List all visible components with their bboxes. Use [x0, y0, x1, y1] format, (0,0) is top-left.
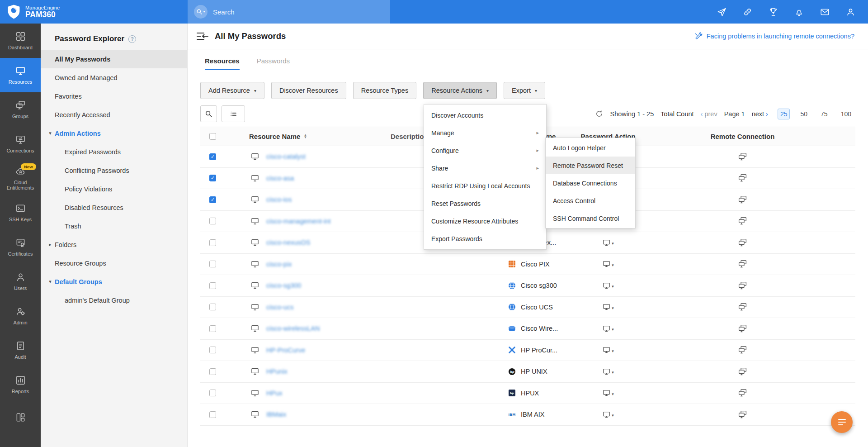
- page-size-option[interactable]: 25: [778, 109, 790, 119]
- explorer-item[interactable]: Folders: [41, 235, 187, 254]
- resource-name-link[interactable]: cisco-asa: [266, 175, 294, 182]
- page-size-option[interactable]: 75: [818, 109, 830, 119]
- explorer-item[interactable]: Trash: [41, 217, 187, 235]
- resource-name-link[interactable]: HPunix: [266, 368, 288, 375]
- sidebar-item-groups[interactable]: Groups: [0, 92, 41, 127]
- sidebar-item-resources[interactable]: Resources: [0, 58, 41, 92]
- explorer-item[interactable]: Disabled Resources: [41, 198, 187, 217]
- submenu-item[interactable]: Auto Logon Helper: [546, 139, 635, 157]
- sidebar-item-cloud-entitlements[interactable]: New Cloud Entitlements: [0, 161, 41, 195]
- remote-connection-icon[interactable]: [738, 367, 747, 376]
- explorer-item[interactable]: All My Passwords: [41, 50, 187, 68]
- remote-connection-icon[interactable]: [738, 216, 747, 226]
- sidebar-item-reports[interactable]: Reports: [0, 367, 41, 402]
- tab-resources[interactable]: Resources: [205, 57, 240, 70]
- sidebar-item-dashboard[interactable]: Dashboard: [0, 24, 41, 58]
- explorer-item[interactable]: Favorites: [41, 87, 187, 105]
- row-checkbox[interactable]: [209, 175, 216, 181]
- discover-resources-button[interactable]: Discover Resources ▾: [271, 82, 346, 99]
- sidebar-item-users[interactable]: Users: [0, 264, 41, 299]
- row-checkbox[interactable]: [209, 347, 216, 353]
- remote-connection-icon[interactable]: [738, 259, 747, 269]
- password-action-icon[interactable]: ▾: [602, 410, 614, 419]
- resource-name-link[interactable]: cisco-management-int: [266, 218, 331, 225]
- resource-name-link[interactable]: cisco-nexusOS: [266, 239, 311, 246]
- remote-connection-icon[interactable]: [738, 195, 747, 204]
- resource-name-link[interactable]: cisco-ucs: [266, 304, 293, 311]
- menu-item[interactable]: Restrict RDP Using Local Accounts ▸: [424, 177, 546, 195]
- row-checkbox[interactable]: [209, 325, 216, 332]
- explorer-item[interactable]: Admin Actions: [41, 124, 187, 143]
- explorer-item[interactable]: Conflicting Passwords: [41, 161, 187, 180]
- tab-passwords[interactable]: Passwords: [257, 57, 290, 70]
- sidebar-item-admin[interactable]: Admin: [0, 299, 41, 333]
- refresh-icon[interactable]: [595, 110, 603, 118]
- row-checkbox[interactable]: [209, 153, 216, 160]
- password-action-icon[interactable]: ▾: [602, 324, 614, 333]
- row-checkbox[interactable]: [209, 218, 216, 224]
- submenu-item[interactable]: Access Control: [546, 192, 635, 209]
- row-checkbox[interactable]: [209, 239, 216, 246]
- resource-name-link[interactable]: cisco-sg300: [266, 282, 301, 289]
- explorer-item[interactable]: Resource Groups: [41, 254, 187, 272]
- add-resource-button[interactable]: Add Resource ▾: [200, 82, 264, 99]
- expand-triangle-icon[interactable]: [47, 279, 53, 285]
- sidebar-item-connections[interactable]: Connections: [0, 127, 41, 161]
- resource-name-link[interactable]: cisco-wirelessLAN: [266, 325, 320, 332]
- menu-item[interactable]: Reset Passwords ▸: [424, 195, 546, 212]
- resource-actions-button[interactable]: Resource Actions ▾: [423, 82, 497, 99]
- row-checkbox[interactable]: [209, 390, 216, 396]
- explorer-item[interactable]: admin's Default Group: [41, 291, 187, 309]
- search-input[interactable]: [213, 8, 384, 16]
- row-checkbox[interactable]: [209, 411, 216, 418]
- row-checkbox[interactable]: [209, 282, 216, 289]
- expand-triangle-icon[interactable]: [47, 242, 53, 247]
- password-action-icon[interactable]: ▾: [602, 238, 614, 247]
- password-action-icon[interactable]: ▾: [602, 303, 614, 311]
- menu-item[interactable]: Discover Accounts ▸: [424, 106, 546, 124]
- remote-connection-icon[interactable]: [738, 410, 747, 419]
- collapse-panel-icon[interactable]: [196, 31, 209, 41]
- global-search[interactable]: ▾: [188, 0, 390, 24]
- row-checkbox[interactable]: [209, 261, 216, 267]
- explorer-item[interactable]: Owned and Managed: [41, 68, 187, 87]
- sidebar-item-more[interactable]: [0, 402, 41, 436]
- password-action-icon[interactable]: ▾: [602, 260, 614, 268]
- remote-connection-icon[interactable]: [738, 238, 747, 247]
- page-size-option[interactable]: 100: [838, 109, 854, 119]
- password-action-icon[interactable]: ▾: [602, 367, 614, 376]
- explorer-item[interactable]: Policy Violations: [41, 180, 187, 198]
- menu-item[interactable]: Export Passwords ▸: [424, 230, 546, 247]
- notifications-icon[interactable]: [794, 7, 804, 17]
- remote-connection-icon[interactable]: [738, 281, 747, 290]
- sidebar-item-ssh-keys[interactable]: SSH Keys: [0, 195, 41, 230]
- quick-launch-icon[interactable]: [717, 7, 726, 17]
- password-action-icon[interactable]: ▾: [602, 346, 614, 354]
- menu-item[interactable]: Manage ▸: [424, 124, 546, 142]
- next-page-button[interactable]: next ›: [752, 110, 768, 118]
- remote-connection-icon[interactable]: [738, 324, 747, 333]
- remote-connection-icon[interactable]: [738, 173, 747, 183]
- sort-icon[interactable]: ▲▼: [303, 134, 307, 139]
- search-scope-button[interactable]: ▾: [194, 5, 208, 19]
- submenu-item[interactable]: Remote Password Reset: [546, 157, 635, 174]
- select-all-checkbox[interactable]: [209, 133, 216, 140]
- help-icon[interactable]: ?: [128, 35, 136, 43]
- explorer-item[interactable]: Recently Accessed: [41, 105, 187, 124]
- menu-item[interactable]: Customize Resource Attributes ▸: [424, 212, 546, 230]
- remote-connection-icon[interactable]: [738, 152, 747, 162]
- menu-item[interactable]: Share ▸: [424, 159, 546, 177]
- app-logo[interactable]: ManageEngine PAM360: [0, 4, 60, 19]
- resource-name-link[interactable]: cisco-catalyst: [266, 153, 306, 160]
- row-checkbox[interactable]: [209, 196, 216, 203]
- table-search-button[interactable]: [200, 105, 217, 122]
- resource-name-link[interactable]: cisco-pix: [266, 261, 292, 268]
- prev-page-button[interactable]: ‹ prev: [701, 110, 717, 118]
- remote-connection-icon[interactable]: [738, 345, 747, 355]
- column-view-button[interactable]: [222, 105, 245, 122]
- explorer-item[interactable]: Expired Passwords: [41, 143, 187, 161]
- password-action-icon[interactable]: ▾: [602, 281, 614, 290]
- total-count-link[interactable]: Total Count: [660, 110, 693, 118]
- resource-name-link[interactable]: cisco-ios: [266, 196, 292, 203]
- sidebar-item-audit[interactable]: Audit: [0, 333, 41, 367]
